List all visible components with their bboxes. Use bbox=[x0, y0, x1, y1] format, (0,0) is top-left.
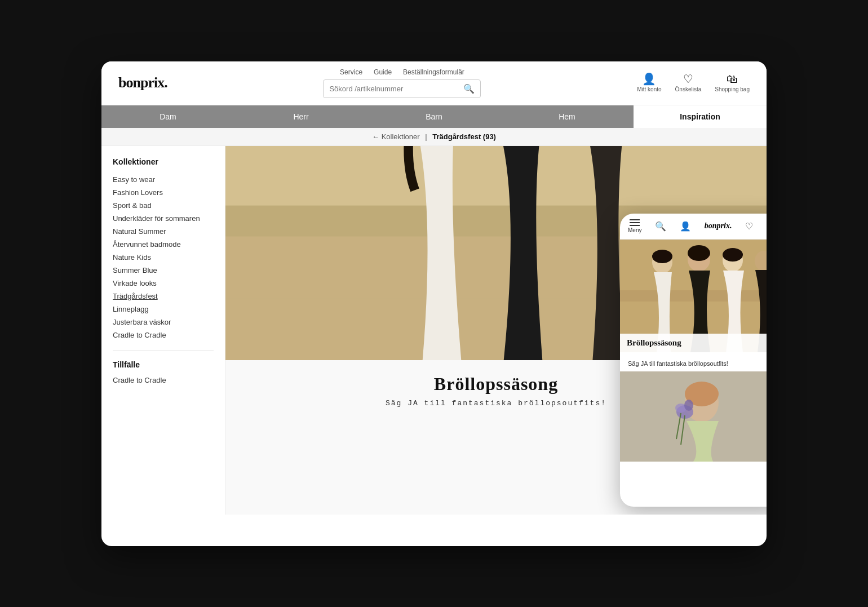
wishlist-label: Önskelista bbox=[675, 86, 702, 92]
sidebar-link-atervunnet[interactable]: Återvunnet badmode bbox=[113, 238, 214, 251]
svg-rect-1 bbox=[225, 146, 767, 206]
mobile-menu-group: Meny bbox=[628, 219, 641, 233]
search-bar: 🔍 bbox=[323, 79, 481, 98]
mobile-text-overlay: Bröllopssäsong bbox=[620, 334, 767, 352]
search-input[interactable] bbox=[324, 81, 458, 96]
nav-service[interactable]: Service bbox=[340, 68, 362, 76]
nav-hem[interactable]: Hem bbox=[501, 105, 634, 128]
nav-dam[interactable]: Dam bbox=[101, 105, 234, 128]
breadcrumb-separator: | bbox=[425, 132, 429, 141]
sidebar-section-kollektioner: Kollektioner bbox=[113, 157, 214, 166]
mobile-menu-label: Meny bbox=[628, 227, 641, 233]
bag-icon-item[interactable]: 🛍 Shopping bag bbox=[715, 73, 750, 92]
svg-point-12 bbox=[652, 250, 672, 263]
mobile-overlay-title: Bröllopssäsong bbox=[627, 338, 767, 348]
nav-barn[interactable]: Barn bbox=[367, 105, 501, 128]
sidebar-link-cradle[interactable]: Cradle to Cradle bbox=[113, 329, 214, 342]
hamburger-line-2 bbox=[630, 222, 640, 223]
wishlist-icon-item[interactable]: ♡ Önskelista bbox=[675, 73, 702, 92]
mobile-logo: bonprix. bbox=[705, 221, 732, 231]
mobile-overlay: Meny 🔍 👤 bonprix. ♡ 🛍 bbox=[620, 214, 767, 507]
sidebar: Kollektioner Easy to wear Fashion Lovers… bbox=[101, 146, 225, 515]
mobile-bottom-image bbox=[620, 371, 767, 462]
outer-wrapper: bonprix. Service Guide Beställningsformu… bbox=[68, 33, 800, 574]
sidebar-divider bbox=[113, 351, 214, 351]
browser-frame: bonprix. Service Guide Beställningsformu… bbox=[101, 61, 767, 546]
sidebar-link-underkl[interactable]: Underkläder för sommaren bbox=[113, 212, 214, 225]
mobile-hero-image: Bröllopssäsong bbox=[620, 240, 767, 352]
svg-point-14 bbox=[688, 245, 710, 261]
account-icon: 👤 bbox=[642, 73, 656, 85]
svg-point-16 bbox=[723, 248, 743, 262]
header-icons: 👤 Mitt konto ♡ Önskelista 🛍 Shopping bag bbox=[637, 73, 750, 92]
account-icon-item[interactable]: 👤 Mitt konto bbox=[637, 73, 661, 92]
sidebar-link-linne[interactable]: Linneplagg bbox=[113, 303, 214, 316]
hamburger-line-3 bbox=[630, 225, 640, 226]
main-content: Bröllopssäsong Säg JA till fantastiska b… bbox=[225, 146, 767, 515]
sidebar-link-easy[interactable]: Easy to wear bbox=[113, 173, 214, 186]
header-nav-links: Service Guide Beställningsformulär bbox=[340, 68, 464, 76]
nav-guide[interactable]: Guide bbox=[374, 68, 392, 76]
breadcrumb-back[interactable]: ← Kollektioner bbox=[372, 132, 420, 141]
svg-point-24 bbox=[684, 400, 693, 411]
mobile-menu-icon[interactable] bbox=[630, 219, 640, 226]
sidebar-link-tradgard[interactable]: Trädgårdsfest bbox=[113, 290, 214, 303]
mobile-account-icon[interactable]: 👤 bbox=[680, 221, 691, 232]
heart-icon: ♡ bbox=[683, 73, 693, 85]
bag-label: Shopping bag bbox=[715, 86, 750, 92]
mobile-search-icon[interactable]: 🔍 bbox=[655, 221, 666, 232]
mobile-header: Meny 🔍 👤 bonprix. ♡ 🛍 bbox=[620, 214, 767, 240]
mobile-heart-icon[interactable]: ♡ bbox=[745, 221, 753, 232]
main-nav: Dam Herr Barn Hem Inspiration bbox=[101, 105, 767, 128]
sidebar-link-cradle2[interactable]: Cradle to Cradle bbox=[113, 374, 214, 387]
sidebar-link-vaskor[interactable]: Justerbara väskor bbox=[113, 316, 214, 329]
breadcrumb-current: Trädgårdsfest (93) bbox=[432, 132, 496, 141]
bag-icon: 🛍 bbox=[727, 73, 738, 85]
mobile-subtitle-text: Säg JA till fantastiska bröllopsoutfits! bbox=[620, 356, 767, 371]
nav-inspiration[interactable]: Inspiration bbox=[634, 105, 767, 128]
hamburger-line-1 bbox=[630, 219, 640, 220]
header-center: Service Guide Beställningsformulär 🔍 bbox=[323, 68, 481, 98]
sidebar-link-natural[interactable]: Natural Summer bbox=[113, 225, 214, 238]
site-logo[interactable]: bonprix. bbox=[118, 74, 167, 91]
site-header: bonprix. Service Guide Beställningsformu… bbox=[101, 61, 767, 105]
nav-herr[interactable]: Herr bbox=[234, 105, 367, 128]
breadcrumb-bar: ← Kollektioner | Trädgårdsfest (93) bbox=[101, 128, 767, 146]
nav-bestallning[interactable]: Beställningsformulär bbox=[403, 68, 464, 76]
account-label: Mitt konto bbox=[637, 86, 661, 92]
sidebar-link-virkade[interactable]: Virkade looks bbox=[113, 277, 214, 290]
sidebar-section-tillfalle: Tillfälle bbox=[113, 360, 214, 369]
sidebar-link-nature-kids[interactable]: Nature Kids bbox=[113, 251, 214, 264]
mobile-bottom-svg bbox=[620, 371, 767, 462]
sidebar-link-fashion[interactable]: Fashion Lovers bbox=[113, 186, 214, 199]
search-button[interactable]: 🔍 bbox=[458, 80, 480, 98]
sidebar-link-sport[interactable]: Sport & bad bbox=[113, 199, 214, 212]
content-area: Kollektioner Easy to wear Fashion Lovers… bbox=[101, 146, 767, 515]
sidebar-link-summer-blue[interactable]: Summer Blue bbox=[113, 264, 214, 277]
